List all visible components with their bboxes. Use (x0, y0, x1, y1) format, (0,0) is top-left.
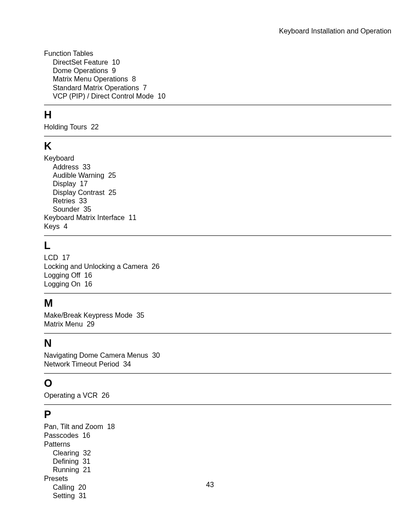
divider (44, 404, 391, 405)
subentry-label: Dome Operations (53, 67, 108, 74)
subentry-label: Standard Matrix Operations (53, 84, 139, 92)
index-subentry: Clearing 32 (44, 449, 391, 457)
page-ref: 31 (83, 458, 91, 465)
index-subentry: Address 33 (44, 163, 391, 171)
entry-label: LCD (44, 254, 58, 261)
index-entry: Navigating Dome Camera Menus 30 (44, 351, 391, 360)
index-entry: Make/Break Keypress Mode 35 (44, 311, 391, 320)
subentry-label: Clearing (53, 449, 79, 457)
index-entry: Keyboard Matrix Interface 11 (44, 213, 391, 222)
subentry-label: Running (53, 466, 79, 473)
index-entry: Passcodes 16 (44, 431, 391, 440)
index-letter-l: L (44, 239, 391, 252)
index-subentry: Audible Warning 25 (44, 171, 391, 180)
page-ref: 10 (112, 59, 120, 66)
divider (44, 235, 391, 236)
entry-label: Make/Break Keypress Mode (44, 312, 133, 319)
index-subentry: Running 21 (44, 466, 391, 474)
page-ref: 9 (112, 67, 116, 74)
page-ref: 11 (129, 214, 136, 221)
index-subentry: Dome Operations 9 (44, 66, 391, 75)
page-ref: 26 (102, 392, 110, 399)
page-ref: 25 (108, 172, 116, 179)
entry-label: Keys (44, 223, 60, 230)
index-subentry: Matrix Menu Operations 8 (44, 75, 391, 83)
entry-label: Holding Tours (44, 123, 87, 131)
index-subentry: Display 17 (44, 180, 391, 188)
page-ref: 26 (152, 263, 160, 270)
index-entry: Network Timeout Period 34 (44, 360, 391, 369)
page-ref: 4 (63, 223, 67, 230)
divider (44, 105, 391, 105)
entry-label: Keyboard Matrix Interface (44, 214, 125, 221)
index-entry: Matrix Menu 29 (44, 320, 391, 329)
page-ref: 17 (80, 180, 88, 187)
page-ref: 17 (62, 254, 70, 261)
index-letter-m: M (44, 297, 391, 309)
index-letter-k: K (44, 140, 391, 152)
index-letter-n: N (44, 337, 391, 349)
page-ref: 31 (79, 492, 87, 499)
page-number: 43 (0, 481, 420, 489)
entry-label: Locking and Unlocking a Camera (44, 263, 148, 270)
index-entry: Holding Tours 22 (44, 123, 391, 132)
page-ref: 10 (158, 92, 166, 100)
index-entry: LCD 17 (44, 253, 391, 262)
index-subentry: Setting 31 (44, 492, 391, 500)
index-subentry: Sounder 35 (44, 205, 391, 213)
page-ref: 35 (136, 312, 144, 319)
index-subentry: Display Contrast 25 (44, 188, 391, 197)
subentry-label: Display (53, 180, 76, 187)
index-entry: Pan, Tilt and Zoom 18 (44, 422, 391, 431)
index-letter-h: H (44, 109, 391, 121)
index-subentry: DirectSet Feature 10 (44, 58, 391, 66)
subentry-label: Address (53, 163, 79, 171)
subentry-label: Matrix Menu Operations (53, 75, 128, 83)
entry-label: Logging On (44, 280, 81, 288)
page-ref: 22 (91, 123, 99, 131)
page-ref: 34 (123, 360, 131, 368)
index-entry: Logging Off 16 (44, 271, 391, 280)
subentry-label: Defining (53, 458, 79, 465)
subentry-label: Setting (53, 492, 75, 499)
index-letter-o: O (44, 377, 391, 389)
page: Keyboard Installation and Operation Func… (0, 0, 420, 510)
entry-label: Network Timeout Period (44, 360, 119, 368)
page-ref: 16 (84, 272, 92, 279)
index-entry: Logging On 16 (44, 280, 391, 289)
page-ref: 7 (143, 84, 147, 92)
divider (44, 333, 391, 334)
page-ref: 8 (132, 75, 136, 83)
index-subentry: Standard Matrix Operations 7 (44, 84, 391, 92)
index-entry: Patterns (44, 440, 391, 449)
subentry-label: Display Contrast (53, 189, 104, 196)
subentry-label: VCP (PIP) / Direct Control Mode (53, 92, 154, 100)
index-entry: Locking and Unlocking a Camera 26 (44, 262, 391, 271)
page-ref: 21 (83, 466, 91, 473)
index-entry: Keys 4 (44, 222, 391, 231)
page-ref: 32 (83, 449, 91, 457)
divider (44, 373, 391, 374)
entry-label: Logging Off (44, 272, 80, 279)
page-ref: 25 (108, 189, 116, 196)
subentry-label: Sounder (53, 205, 80, 213)
page-ref: 30 (152, 352, 160, 359)
entry-label: Passcodes (44, 432, 78, 439)
page-ref: 16 (82, 432, 90, 439)
entry-label: Pan, Tilt and Zoom (44, 423, 103, 430)
page-ref: 18 (107, 423, 115, 430)
divider (44, 293, 391, 294)
subentry-label: Audible Warning (53, 172, 104, 179)
subentry-label: DirectSet Feature (53, 59, 108, 66)
page-ref: 33 (79, 197, 87, 205)
index-entry: Operating a VCR 26 (44, 391, 391, 400)
divider (44, 136, 391, 136)
entry-label: Navigating Dome Camera Menus (44, 352, 148, 359)
index-entry: Keyboard (44, 154, 391, 163)
index-subentry: VCP (PIP) / Direct Control Mode 10 (44, 92, 391, 100)
page-ref: 33 (83, 163, 91, 171)
page-header: Keyboard Installation and Operation (44, 27, 391, 35)
page-ref: 29 (87, 320, 95, 328)
index-subentry: Defining 31 (44, 457, 391, 466)
index-letter-p: P (44, 408, 391, 421)
